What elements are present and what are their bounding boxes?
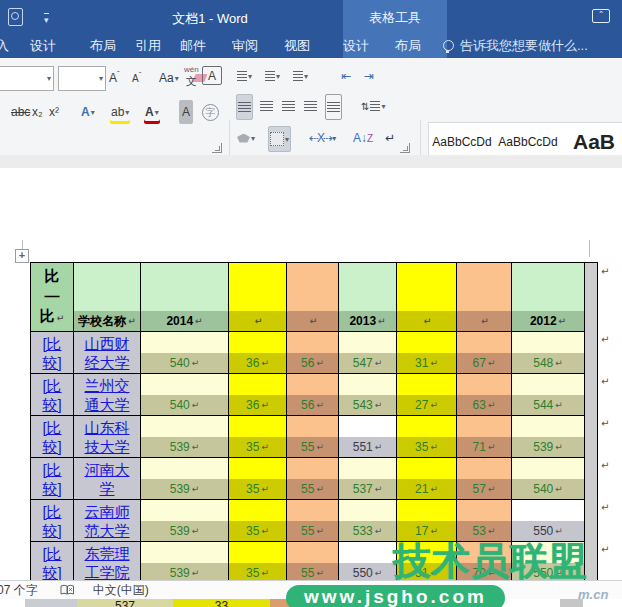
table-cell-value[interactable]: 36↵ [229,374,286,415]
table-cell-value[interactable]: 57↵ [457,458,511,499]
table-cell-value[interactable]: 27↵ [397,374,456,415]
sort-button[interactable]: A↓Z [352,126,374,150]
table-cell-value[interactable]: 550↵ [512,500,584,541]
table-cell-value[interactable]: 17↵ [397,500,456,541]
compare-link[interactable]: [比较] [31,374,73,415]
school-name-link[interactable]: 河南大学 [74,458,140,499]
numbering-button[interactable]: ▾ [264,64,281,88]
school-name-link[interactable]: 兰州交通大学 [74,374,140,415]
quick-access-preview-icon[interactable] [8,8,23,26]
school-name-link[interactable]: 东莞理工学院 [74,542,140,583]
phonetic-guide-button[interactable]: wén 文 [183,62,200,92]
table-corner-cell[interactable]: 比—比↵ [31,263,73,331]
enclose-characters-button[interactable]: 字 [201,100,220,124]
table-cell-value[interactable]: 539↵ [512,416,584,457]
table-cell-value[interactable]: 35↵ [229,500,286,541]
table-cell-value[interactable]: 55↵ [287,500,338,541]
table-cell-value[interactable]: 31↵ [397,332,456,373]
header-cell[interactable]: ↵ [287,263,338,331]
header-cell[interactable]: ↵ [229,263,286,331]
table-cell-value[interactable]: 539↵ [141,416,228,457]
font-size-combo[interactable]: ▾ [58,66,106,91]
font-name-combo[interactable]: ▾ [0,66,54,91]
tab-table-design[interactable]: 设计 [343,37,369,55]
school-name-link[interactable]: 山东科技大学 [74,416,140,457]
align-left-button[interactable] [236,94,253,120]
table-cell-value[interactable]: 71↵ [457,416,511,457]
tab-design[interactable]: 设计 [30,37,56,55]
header-cell[interactable]: 2012↵ [512,263,584,331]
table-cell-value[interactable]: 550↵ [339,542,396,583]
superscript-button[interactable]: x² [48,100,60,124]
show-hide-marks-button[interactable]: ↵ [384,126,396,150]
tell-me-box[interactable]: 告诉我您想要做什么... [443,37,588,55]
grow-font-button[interactable]: Aˆ [108,66,121,90]
chevron-down-icon[interactable]: ▾ [47,74,51,83]
borders-button[interactable]: ▾ [268,126,291,152]
header-cell[interactable]: ↵ [397,263,456,331]
table-cell-value[interactable]: 533↵ [339,500,396,541]
table-cell-value[interactable]: 53↵ [457,500,511,541]
table-cell-value[interactable]: 539↵ [141,458,228,499]
table-cell-value[interactable]: 540↵ [141,332,228,373]
asian-layout-button[interactable]: ⇠X⇢▾ [308,126,337,150]
header-school-cell[interactable]: 学校名称↵ [74,263,140,331]
header-cell[interactable]: ↵ [457,263,511,331]
table-cell-value[interactable]: 539↵ [141,542,228,583]
tab-view[interactable]: 视图 [284,37,310,55]
strikethrough-button[interactable]: abc [10,100,31,124]
header-cell[interactable]: 2013↵ [339,263,396,331]
character-shading-button[interactable]: A [179,100,193,124]
shrink-font-button[interactable]: Aˇ [131,66,142,90]
table-cell-value[interactable]: 67↵ [457,332,511,373]
tab-mailings[interactable]: 邮件 [180,37,206,55]
table-cell-value[interactable]: 56↵ [287,332,338,373]
table-cell-value[interactable]: 55↵ [287,416,338,457]
table-cell-value[interactable]: 539↵ [141,500,228,541]
table-cell-value[interactable]: 540↵ [512,458,584,499]
table-cell-value[interactable]: 551↵ [339,416,396,457]
compare-link[interactable]: [比较] [31,416,73,457]
line-spacing-button[interactable]: ⇅▾ [360,94,386,118]
header-cell[interactable]: 2014↵ [141,263,228,331]
bullets-button[interactable]: ▾ [236,64,253,88]
table-cell-value[interactable]: 544↵ [512,374,584,415]
font-color-button[interactable]: A▾ [144,100,160,124]
table-cell-value[interactable]: 543↵ [339,374,396,415]
table-cell-value[interactable]: 35↵ [397,416,456,457]
table-cell-value[interactable]: 55↵ [287,542,338,583]
compare-link[interactable]: [比较] [31,458,73,499]
compare-link[interactable]: [比较] [31,542,73,583]
table-cell-value[interactable]: 547↵ [339,332,396,373]
multilevel-list-button[interactable]: ▾ [292,64,309,88]
school-name-link[interactable]: 云南师范大学 [74,500,140,541]
table-cell-value[interactable]: 548↵ [512,332,584,373]
table-cell-value[interactable]: 55↵ [287,458,338,499]
table-cell-value[interactable]: 35↵ [229,542,286,583]
increase-indent-button[interactable]: ⇥ [363,64,375,88]
tab-layout[interactable]: 布局 [90,37,116,55]
tab-references[interactable]: 引用 [135,37,161,55]
table-cell-value[interactable]: 35↵ [229,458,286,499]
table-cell-value[interactable]: 35↵ [229,416,286,457]
table-cell-value[interactable]: 36↵ [229,332,286,373]
text-highlight-button[interactable]: ab▾ [110,100,130,124]
proofing-icon[interactable] [60,584,75,596]
school-name-link[interactable]: 山西财经大学 [74,332,140,373]
ribbon-display-options-icon[interactable]: ⌃ [592,9,610,23]
table-cell-value[interactable]: 56↵ [287,374,338,415]
quick-access-dropdown-icon[interactable]: ▾ [44,13,49,25]
word-count[interactable]: 07 个字 [0,582,38,599]
compare-link[interactable]: [比较] [31,500,73,541]
table-move-handle[interactable]: + [15,249,29,263]
align-center-button[interactable] [259,94,274,118]
change-case-button[interactable]: Aa▾ [158,66,180,90]
paragraph-dialog-launcher-icon[interactable] [400,143,410,153]
language-indicator[interactable]: 中文(中国) [93,582,149,599]
table-cell-value[interactable]: 540↵ [141,374,228,415]
subscript-button[interactable]: x₂ [31,100,44,124]
tab-review[interactable]: 审阅 [232,37,258,55]
character-border-button[interactable]: A [202,66,222,85]
font-dialog-launcher-icon[interactable] [212,143,222,153]
shading-button[interactable]: ▾ [236,126,256,150]
